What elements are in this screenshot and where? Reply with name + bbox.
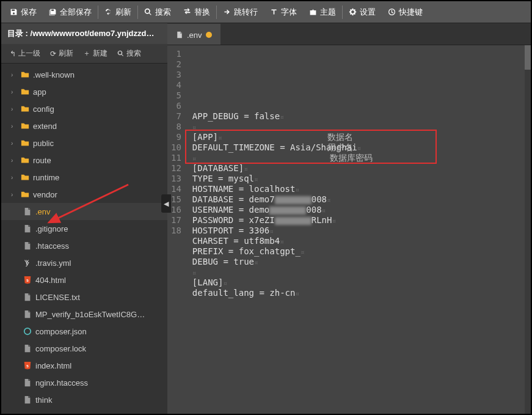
file-type-icon <box>23 378 32 387</box>
file-icon <box>176 31 183 39</box>
code-line[interactable]: PASSWORD = x7eZIRLnH¤ <box>192 215 526 226</box>
code-line[interactable]: ¤ <box>192 122 526 132</box>
svg-point-3 <box>24 328 31 335</box>
tree-label: .htaccess <box>35 241 69 251</box>
tree-label: route <box>33 156 51 165</box>
modified-indicator-icon <box>206 32 212 38</box>
path-bar: 目录 : /www/wwwroot/demo7.ynjdzzd… <box>1 23 167 44</box>
code-line[interactable]: DEFAULT_TIMEZONE = Asia/Shanghai¤ <box>192 142 526 153</box>
tree-folder[interactable]: ›runtime <box>1 169 167 186</box>
code-line[interactable]: [DATABASE]¤ <box>192 163 526 174</box>
replace-icon <box>183 8 191 16</box>
tree-label: .env <box>35 207 51 216</box>
tree-label: LICENSE.txt <box>35 293 80 302</box>
save-button[interactable]: 保存 <box>4 1 43 23</box>
annot-user: 用户名 <box>327 142 353 153</box>
tree-label: MP_verify_b1oEskTwetIC8G… <box>35 310 145 319</box>
code-content[interactable]: 数据名 用户名 数据库密码 APP_DEBUG = false¤¤[APP]¤D… <box>188 45 531 414</box>
main-area: 目录 : /www/wwwroot/demo7.ynjdzzd… ↰上一级 ⟳刷… <box>1 23 531 414</box>
tree-label: .well-known <box>33 70 75 79</box>
code-line[interactable]: [APP]¤ <box>192 132 526 142</box>
code-line[interactable]: USERNAME = demo008¤ <box>192 205 526 215</box>
editor-area: ◀ .env 123456789101112131415161718 数据名 用… <box>167 23 531 414</box>
tree-label: runtime <box>33 173 59 182</box>
tree-file[interactable]: .env <box>1 203 167 220</box>
file-tree[interactable]: ›.well-known›app›config›extend›public›ro… <box>1 64 167 414</box>
save-all-button[interactable]: 全部保存 <box>43 1 98 23</box>
file-type-icon: 5 <box>23 361 32 370</box>
chevron-right-icon: › <box>11 106 17 112</box>
tree-folder[interactable]: ›vendor <box>1 186 167 203</box>
chevron-right-icon: › <box>11 140 17 147</box>
file-type-icon <box>23 327 32 336</box>
up-level-button[interactable]: ↰上一级 <box>5 44 45 64</box>
tree-file[interactable]: 5404.html <box>1 271 167 288</box>
tab-label: .env <box>187 31 202 40</box>
scrollbar-thumb[interactable] <box>525 45 531 70</box>
new-button[interactable]: ＋新建 <box>78 44 112 64</box>
svg-text:y: y <box>26 260 30 266</box>
code-line[interactable]: PREFIX = fox_chatgpt_¤ <box>192 246 526 257</box>
code-line[interactable]: TYPE = mysql¤ <box>192 174 526 184</box>
tree-label: index.html <box>35 361 71 370</box>
tree-file[interactable]: think <box>1 391 167 408</box>
code-line[interactable]: default_lang = zh-cn¤ <box>192 288 526 298</box>
shortcuts-button[interactable]: 快捷键 <box>382 1 429 23</box>
settings-button[interactable]: 设置 <box>343 1 382 23</box>
chevron-right-icon: › <box>11 157 17 164</box>
font-icon <box>270 8 278 16</box>
collapse-sidebar-button[interactable]: ◀ <box>161 194 171 213</box>
tree-file[interactable]: 5index.html <box>1 357 167 374</box>
code-line[interactable]: [LANG]¤ <box>192 277 526 288</box>
font-button[interactable]: 字体 <box>264 1 303 23</box>
search-button[interactable]: 搜索 <box>138 1 177 23</box>
goto-line-button[interactable]: 跳转行 <box>217 1 264 23</box>
tree-label: .travis.yml <box>35 259 71 268</box>
tree-label: composer.json <box>35 327 87 336</box>
sidebar-tools: ↰上一级 ⟳刷新 ＋新建 搜索 <box>1 44 167 64</box>
tree-folder[interactable]: ›extend <box>1 117 167 134</box>
tree-file[interactable]: composer.lock <box>1 340 167 357</box>
tree-folder[interactable]: ›.well-known <box>1 66 167 83</box>
refresh-button[interactable]: 刷新 <box>98 1 137 23</box>
tree-file[interactable]: .htaccess <box>1 237 167 254</box>
tree-file[interactable]: y.travis.yml <box>1 254 167 271</box>
code-line[interactable]: HOSTPORT = 3306¤ <box>192 226 526 236</box>
tree-file[interactable]: MP_verify_b1oEskTwetIC8G… <box>1 306 167 323</box>
code-line[interactable]: HOSTNAME = localhost¤ <box>192 184 526 194</box>
code-line[interactable]: CHARSET = utf8mb4¤ <box>192 236 526 246</box>
code-line[interactable]: DATABASE = demo7008¤ <box>192 194 526 205</box>
tree-label: .gitignore <box>35 224 68 233</box>
line-gutter: 123456789101112131415161718 <box>167 45 188 414</box>
tree-file[interactable]: composer.json <box>1 323 167 340</box>
code-line[interactable]: ¤ <box>192 267 526 277</box>
tree-folder[interactable]: ›app <box>1 83 167 100</box>
replace-button[interactable]: 替换 <box>177 1 216 23</box>
code-line[interactable]: APP_DEBUG = false¤ <box>192 111 526 122</box>
tree-file[interactable]: .gitignore <box>1 220 167 237</box>
code-line[interactable]: DEBUG = true¤ <box>192 257 526 267</box>
folder-icon <box>21 190 29 199</box>
sidebar-search-button[interactable]: 搜索 <box>112 44 146 64</box>
save-icon <box>10 8 18 16</box>
tree-file[interactable]: nginx.htaccess <box>1 374 167 391</box>
refresh-icon: ⟳ <box>50 50 56 58</box>
folder-icon <box>21 173 29 182</box>
save-all-icon <box>49 8 57 16</box>
tree-folder[interactable]: ›route <box>1 152 167 169</box>
tab-env[interactable]: .env <box>167 24 220 45</box>
theme-icon <box>309 8 317 16</box>
file-type-icon: 5 <box>23 276 32 284</box>
tree-file[interactable]: LICENSE.txt <box>1 288 167 306</box>
file-type-icon <box>23 344 32 353</box>
theme-button[interactable]: 主题 <box>303 1 342 23</box>
code-editor[interactable]: 123456789101112131415161718 数据名 用户名 数据库密… <box>167 45 531 414</box>
tree-folder[interactable]: ›public <box>1 134 167 152</box>
plus-icon: ＋ <box>83 48 90 59</box>
scrollbar[interactable] <box>525 45 531 414</box>
sidebar-refresh-button[interactable]: ⟳刷新 <box>45 44 78 64</box>
tree-folder[interactable]: ›config <box>1 100 167 117</box>
annot-pwd: 数据库密码 <box>330 153 373 163</box>
file-type-icon <box>23 293 32 301</box>
sidebar: 目录 : /www/wwwroot/demo7.ynjdzzd… ↰上一级 ⟳刷… <box>1 23 167 414</box>
